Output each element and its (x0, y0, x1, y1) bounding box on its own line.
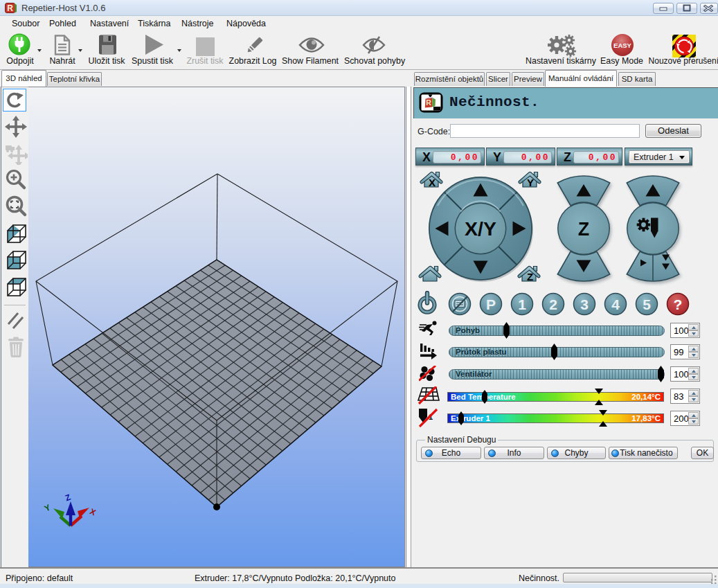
svg-text:Z: Z (578, 219, 590, 240)
svg-text:1: 1 (518, 296, 526, 312)
svg-text:Y: Y (43, 502, 52, 513)
svg-text:X: X (429, 177, 436, 188)
svg-text:EASY: EASY (613, 42, 632, 49)
svg-text:5: 5 (643, 296, 651, 312)
svg-text:Z: Z (527, 271, 533, 283)
svg-text:4: 4 (611, 296, 620, 312)
svg-text:R: R (7, 3, 13, 13)
svg-text:?: ? (674, 296, 683, 312)
svg-text:3: 3 (580, 296, 589, 312)
svg-text:R: R (426, 98, 431, 107)
svg-text:Z: Z (64, 492, 72, 504)
svg-text:X/Y: X/Y (465, 217, 496, 240)
svg-text:P: P (486, 296, 496, 312)
svg-text:X: X (89, 506, 98, 517)
svg-text:2: 2 (549, 296, 557, 312)
svg-text:Y: Y (527, 177, 534, 188)
